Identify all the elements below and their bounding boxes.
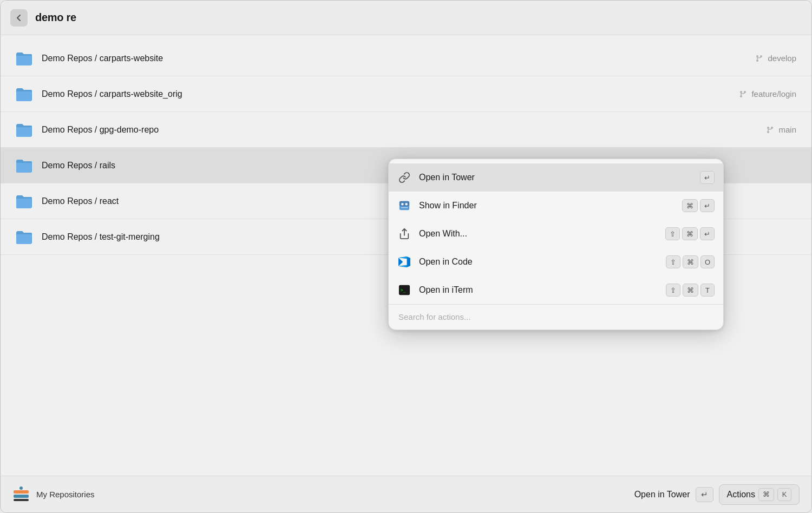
title-bar: demo re	[1, 1, 811, 35]
bottom-left: My Repositories	[12, 486, 95, 503]
repo-name: Demo Repos / rails	[42, 161, 115, 170]
return-key-badge: ↵	[696, 487, 713, 502]
bottom-right: Open in Tower ↵ Actions ⌘ K	[634, 484, 800, 505]
context-menu: Open in Tower↵Show in Finder⌘↵Open With.…	[388, 159, 724, 330]
shortcut-key: O	[700, 255, 715, 268]
svg-point-8	[767, 127, 769, 129]
repo-branch: feature/login	[738, 89, 796, 98]
search-placeholder: Search for actions...	[398, 312, 470, 321]
shortcut-key: ⇧	[666, 255, 680, 268]
folder-icon	[16, 230, 32, 244]
search-area: Search for actions...	[389, 304, 723, 330]
svg-point-0	[756, 55, 758, 57]
shortcut-key: ↵	[700, 227, 715, 240]
my-repos-label: My Repositories	[36, 490, 95, 499]
svg-point-2	[760, 55, 762, 57]
menu-label-open-with: Open With...	[419, 229, 467, 239]
folder-icon	[16, 194, 32, 208]
branch-name: develop	[768, 54, 796, 63]
actions-label: Actions	[727, 490, 755, 499]
iterm-icon: >_	[397, 283, 411, 297]
shortcuts-show-in-finder: ⌘↵	[682, 199, 715, 212]
svg-point-1	[756, 60, 758, 62]
shortcuts-open-with: ⇧⌘↵	[665, 227, 715, 240]
svg-rect-13	[400, 201, 409, 206]
repo-name: Demo Repos / test-git-merging	[42, 232, 160, 242]
repo-item[interactable]: Demo Repos / gpg-demo-repo main	[1, 112, 811, 148]
repo-branch: develop	[755, 54, 796, 63]
menu-item-left-open-in-code: Open in Code	[397, 255, 473, 269]
vscode-icon	[397, 255, 411, 269]
app-window: demo re Demo Repos / carparts-website de…	[0, 0, 812, 513]
menu-item-open-in-iterm[interactable]: >_Open in iTerm⇧⌘T	[389, 276, 723, 304]
repo-name: Demo Repos / react	[42, 196, 119, 206]
folder-icon	[16, 159, 32, 173]
open-in-tower-bottom-button[interactable]: Open in Tower	[634, 490, 690, 499]
menu-label-open-in-iterm: Open in iTerm	[419, 285, 473, 295]
menu-item-show-in-finder[interactable]: Show in Finder⌘↵	[389, 192, 723, 220]
shortcuts-open-in-tower: ↵	[700, 171, 715, 184]
branch-icon	[755, 54, 763, 63]
menu-item-open-in-code[interactable]: Open in Code⇧⌘O	[389, 248, 723, 276]
actions-button[interactable]: Actions ⌘ K	[719, 484, 800, 505]
branch-icon	[765, 126, 774, 134]
shortcut-key: ⌘	[682, 227, 698, 240]
svg-point-9	[767, 131, 769, 133]
shortcuts-open-in-iterm: ⇧⌘T	[666, 284, 715, 297]
folder-icon	[16, 51, 32, 65]
repo-item-left: Demo Repos / gpg-demo-repo	[16, 123, 159, 137]
menu-label-open-in-tower: Open in Tower	[419, 173, 475, 182]
k-key-badge: K	[777, 488, 791, 501]
svg-rect-20	[14, 495, 29, 498]
repo-branch: main	[765, 125, 796, 134]
svg-rect-21	[14, 499, 29, 501]
repo-name: Demo Repos / carparts-website_orig	[42, 89, 182, 99]
repo-name: Demo Repos / gpg-demo-repo	[42, 125, 159, 135]
menu-label-show-in-finder: Show in Finder	[419, 201, 477, 211]
menu-item-left-open-in-tower: Open in Tower	[397, 170, 475, 185]
folder-icon	[16, 123, 32, 137]
svg-point-22	[19, 486, 23, 490]
shortcut-key: T	[700, 284, 715, 297]
shortcut-key: ↵	[700, 199, 715, 212]
shortcuts-open-in-code: ⇧⌘O	[666, 255, 715, 268]
main-content: Demo Repos / carparts-website develop De…	[1, 35, 811, 476]
svg-point-6	[744, 91, 746, 93]
link-icon	[397, 170, 411, 185]
repo-item-left: Demo Repos / carparts-website_orig	[16, 87, 182, 101]
svg-point-15	[405, 203, 408, 206]
svg-point-4	[740, 91, 742, 93]
svg-point-14	[401, 203, 404, 206]
repo-item[interactable]: Demo Repos / carparts-website develop	[1, 41, 811, 76]
shortcut-key: ⇧	[665, 227, 680, 240]
back-arrow-icon	[15, 14, 23, 22]
shortcut-key: ⌘	[683, 284, 698, 297]
share-icon	[397, 227, 411, 241]
back-button[interactable]	[10, 9, 28, 27]
branch-icon	[738, 90, 747, 98]
repo-item-left: Demo Repos / carparts-website	[16, 51, 163, 65]
repo-name: Demo Repos / carparts-website	[42, 54, 163, 63]
cmd-key-badge: ⌘	[758, 488, 774, 501]
shortcut-key: ⇧	[666, 284, 680, 297]
repo-item-left: Demo Repos / rails	[16, 159, 115, 173]
repo-item-left: Demo Repos / react	[16, 194, 119, 208]
repo-item[interactable]: Demo Repos / carparts-website_orig featu…	[1, 76, 811, 112]
branch-name: feature/login	[751, 89, 796, 98]
menu-item-left-open-with: Open With...	[397, 227, 467, 241]
folder-icon	[16, 87, 32, 101]
svg-point-10	[771, 127, 773, 129]
menu-item-left-show-in-finder: Show in Finder	[397, 199, 477, 213]
menu-item-open-with[interactable]: Open With...⇧⌘↵	[389, 220, 723, 248]
menu-item-open-in-tower[interactable]: Open in Tower↵	[389, 163, 723, 192]
svg-text:>_: >_	[401, 287, 406, 293]
tower-icon	[12, 486, 30, 503]
bottom-bar: My Repositories Open in Tower ↵ Actions …	[1, 476, 811, 512]
shortcut-key: ↵	[700, 171, 715, 184]
window-title: demo re	[35, 11, 76, 24]
menu-items-list: Open in Tower↵Show in Finder⌘↵Open With.…	[389, 159, 723, 304]
menu-item-left-open-in-iterm: >_Open in iTerm	[397, 283, 473, 297]
svg-rect-19	[14, 490, 29, 494]
repo-item-left: Demo Repos / test-git-merging	[16, 230, 160, 244]
svg-point-5	[740, 95, 742, 97]
